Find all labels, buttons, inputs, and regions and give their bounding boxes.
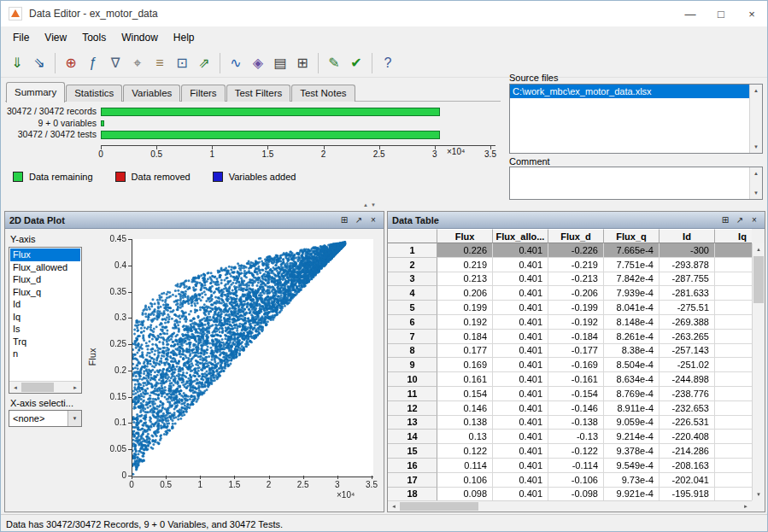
undock-panel-icon[interactable]: ↗ bbox=[353, 214, 365, 226]
scroll-left-icon[interactable]: ◄ bbox=[388, 501, 400, 512]
table-cell[interactable]: 0.146 bbox=[437, 401, 493, 416]
table-cell[interactable]: -0.098 bbox=[548, 488, 604, 501]
table-row[interactable]: 160.1140.401-0.1149.549e-4-208.163 bbox=[388, 459, 752, 473]
table-cell[interactable]: -281.633 bbox=[660, 286, 715, 301]
row-number-cell[interactable]: 7 bbox=[388, 330, 437, 344]
table-cell[interactable]: -195.918 bbox=[660, 488, 715, 501]
table-cell[interactable]: 0.401 bbox=[493, 315, 548, 330]
table-row[interactable]: 10.2260.401-0.2267.665e-4-300 bbox=[388, 243, 752, 258]
column-header[interactable]: Flux_allo... bbox=[493, 229, 548, 243]
table-row[interactable]: 180.0980.401-0.0989.921e-4-195.918 bbox=[388, 488, 752, 501]
y-variable-item[interactable]: Iq bbox=[10, 311, 80, 324]
menu-file[interactable]: File bbox=[5, 28, 37, 47]
table-cell[interactable]: 0.206 bbox=[437, 286, 493, 301]
table-cell[interactable]: -0.184 bbox=[548, 330, 604, 344]
row-number-cell[interactable]: 11 bbox=[388, 387, 437, 401]
scrollbar-thumb[interactable] bbox=[753, 256, 764, 303]
table-row[interactable]: 20.2190.401-0.2197.751e-4-293.878 bbox=[388, 258, 752, 272]
table-cell[interactable]: -0.192 bbox=[548, 315, 604, 330]
table-cell[interactable] bbox=[715, 444, 752, 459]
dropdown-arrow-icon[interactable]: ▼ bbox=[67, 411, 81, 426]
table-cell[interactable]: 7.939e-4 bbox=[604, 286, 660, 301]
table-cell[interactable]: -0.122 bbox=[548, 444, 604, 459]
table-cell[interactable]: -0.138 bbox=[548, 416, 604, 430]
surface-view-button[interactable]: ◈ bbox=[247, 52, 269, 74]
row-number-cell[interactable]: 3 bbox=[388, 272, 437, 287]
comment-box[interactable]: ▲ ▼ bbox=[509, 167, 763, 200]
y-variable-item[interactable]: Id bbox=[10, 298, 80, 311]
table-row[interactable]: 90.1690.401-0.1698.504e-4-251.02 bbox=[388, 358, 752, 372]
table-cell[interactable]: 7.842e-4 bbox=[604, 272, 660, 287]
column-header[interactable]: Flux_q bbox=[604, 229, 660, 243]
y-variable-item[interactable]: Trq bbox=[10, 336, 80, 348]
scrollbar-thumb[interactable] bbox=[21, 383, 54, 392]
table-cell[interactable] bbox=[715, 272, 752, 287]
table-cell[interactable]: 0.401 bbox=[493, 459, 548, 473]
table-cell[interactable]: -0.161 bbox=[548, 372, 604, 387]
minimize-button[interactable]: — bbox=[675, 1, 706, 26]
row-number-cell[interactable]: 10 bbox=[388, 372, 437, 387]
table-cell[interactable] bbox=[715, 315, 752, 330]
table-cell[interactable] bbox=[715, 243, 752, 258]
y-variable-item[interactable]: Is bbox=[10, 323, 80, 336]
menu-help[interactable]: Help bbox=[166, 28, 202, 47]
y-list-hscrollbar[interactable]: ◄ ► bbox=[9, 381, 81, 393]
table-cell[interactable]: -0.177 bbox=[548, 344, 604, 359]
table-cell[interactable]: 8.38e-4 bbox=[604, 344, 660, 359]
table-row[interactable]: 120.1460.401-0.1468.911e-4-232.653 bbox=[388, 401, 752, 416]
table-cell[interactable] bbox=[715, 258, 752, 272]
filter-editor-button[interactable]: ∇ bbox=[104, 52, 126, 74]
table-cell[interactable]: 9.73e-4 bbox=[604, 473, 660, 488]
row-number-cell[interactable]: 13 bbox=[388, 416, 437, 430]
table-cell[interactable]: 0.138 bbox=[437, 416, 493, 430]
table-cell[interactable]: 9.549e-4 bbox=[604, 459, 660, 473]
table-cell[interactable]: -226.531 bbox=[660, 416, 715, 430]
table-cell[interactable]: 0.401 bbox=[493, 330, 548, 344]
table-row[interactable]: 130.1380.401-0.1389.059e-4-226.531 bbox=[388, 416, 752, 430]
maximize-panel-icon[interactable]: ⊞ bbox=[338, 214, 350, 226]
table-cell[interactable]: 8.911e-4 bbox=[604, 401, 660, 416]
column-header[interactable]: Iq bbox=[715, 229, 752, 243]
open-file-button[interactable]: ⇓ bbox=[6, 52, 28, 74]
scroll-up-icon[interactable]: ▲ bbox=[753, 243, 765, 255]
row-number-cell[interactable]: 9 bbox=[388, 358, 437, 372]
table-cell[interactable]: 0.401 bbox=[493, 444, 548, 459]
tab-statistics[interactable]: Statistics bbox=[66, 85, 122, 102]
close-panel-icon[interactable]: × bbox=[367, 214, 379, 226]
table-cell[interactable] bbox=[715, 330, 752, 344]
table-vscrollbar[interactable]: ▲ ▼ bbox=[752, 243, 765, 500]
tab-test-notes[interactable]: Test Notes bbox=[291, 85, 355, 102]
print-button[interactable]: ⊡ bbox=[171, 52, 193, 74]
scroll-right-icon[interactable]: ► bbox=[69, 382, 81, 393]
table-cell[interactable]: 0.401 bbox=[493, 488, 548, 501]
table-cell[interactable]: 9.378e-4 bbox=[604, 444, 660, 459]
table-cell[interactable]: 9.214e-4 bbox=[604, 430, 660, 444]
row-number-cell[interactable]: 16 bbox=[388, 459, 437, 473]
variable-editor-button[interactable]: ƒ bbox=[82, 52, 104, 74]
scatter-plot[interactable] bbox=[132, 239, 373, 477]
plot-view-button[interactable]: ∿ bbox=[225, 52, 247, 74]
table-row[interactable]: 150.1220.401-0.1229.378e-4-214.286 bbox=[388, 444, 752, 459]
table-cell[interactable]: 0.219 bbox=[437, 258, 493, 272]
y-axis-listbox[interactable]: FluxFlux_allowedFlux_dFlux_qIdIqIsTrqn ◄… bbox=[9, 247, 82, 394]
table-cell[interactable]: -0.106 bbox=[548, 473, 604, 488]
y-variable-item[interactable]: Flux_q bbox=[10, 286, 80, 299]
table-cell[interactable]: 0.401 bbox=[493, 358, 548, 372]
table-cell[interactable] bbox=[715, 286, 752, 301]
table-cell[interactable]: -0.146 bbox=[548, 401, 604, 416]
table-cell[interactable]: -0.219 bbox=[548, 258, 604, 272]
table-cell[interactable]: -275.51 bbox=[660, 301, 715, 315]
scrollbar-thumb[interactable] bbox=[400, 502, 478, 511]
table-cell[interactable]: -300 bbox=[660, 243, 715, 258]
table-cell[interactable]: 0.154 bbox=[437, 387, 493, 401]
table-cell[interactable]: 0.192 bbox=[437, 315, 493, 330]
row-number-cell[interactable]: 4 bbox=[388, 286, 437, 301]
notes-editor-button[interactable]: ≡ bbox=[149, 52, 171, 74]
export-data-button[interactable]: ⇗ bbox=[193, 52, 215, 74]
table-cell[interactable]: -251.02 bbox=[660, 358, 715, 372]
scroll-left-icon[interactable]: ◄ bbox=[9, 382, 21, 393]
table-cell[interactable]: -0.213 bbox=[548, 272, 604, 287]
row-number-cell[interactable]: 8 bbox=[388, 344, 437, 359]
table-row[interactable]: 110.1540.401-0.1548.769e-4-238.776 bbox=[388, 387, 752, 401]
table-cell[interactable]: 0.401 bbox=[493, 258, 548, 272]
